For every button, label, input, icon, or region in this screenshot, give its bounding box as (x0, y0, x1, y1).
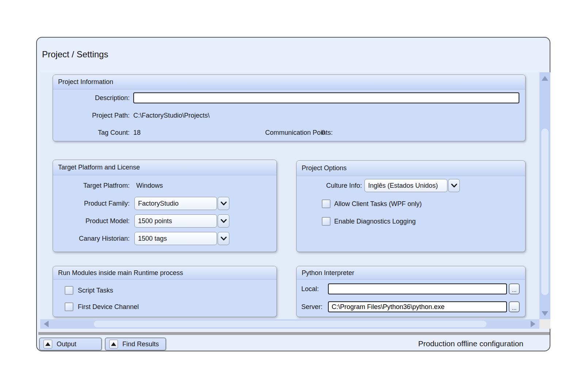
description-input[interactable] (133, 92, 519, 103)
horizontal-scroll-thumb[interactable] (94, 321, 486, 327)
description-label: Description: (53, 92, 130, 103)
chevron-down-icon (221, 237, 227, 241)
first-device-channel-checkbox[interactable] (65, 302, 73, 311)
panel-title: Project Options (302, 164, 347, 172)
product-model-selected-value: 1500 points (134, 214, 217, 228)
target-platform-label: Target Platfrom: (53, 180, 130, 191)
enable-diagnostics-label: Enable Diagnostics Logging (334, 217, 416, 226)
canary-historian-selected-value: 1500 tags (134, 232, 217, 245)
scroll-down-button[interactable] (539, 310, 550, 317)
panel-header: Python Interpreter (297, 266, 525, 280)
expand-up-icon (45, 342, 50, 346)
panel-header: Run Modules inside main Runtime process (53, 266, 276, 280)
project-path-value: C:\FactoryStudio\Projects\ (133, 110, 210, 121)
settings-scroll-viewport: Project Information Description: Project… (40, 72, 539, 319)
chevron-down-icon (221, 202, 227, 206)
first-device-channel-label: First Device Channel (78, 302, 139, 311)
page-title: Project / Settings (42, 49, 108, 60)
status-text: Production offline configuration (418, 339, 523, 348)
find-results-label: Find Results (122, 340, 159, 348)
scroll-left-button[interactable] (42, 319, 50, 329)
dropdown-button[interactable] (218, 197, 229, 210)
chevron-down-icon (221, 219, 227, 223)
find-results-panel-button[interactable]: Find Results (105, 337, 166, 351)
tag-count-value: 18 (133, 127, 141, 138)
culture-info-select[interactable]: Inglês (Estados Unidos) (364, 179, 460, 192)
vertical-scroll-thumb[interactable] (541, 129, 549, 295)
scroll-up-button[interactable] (539, 75, 550, 82)
culture-info-label: Culture Info: (297, 179, 362, 192)
local-browse-button[interactable]: ... (509, 283, 520, 294)
scroll-up-icon (542, 76, 548, 81)
panel-title: Project Information (58, 78, 113, 86)
script-tasks-checkbox[interactable] (65, 286, 73, 295)
ellipsis-icon: ... (512, 287, 517, 293)
local-input[interactable] (328, 283, 507, 294)
target-platform-value: Windows (136, 180, 163, 191)
allow-client-tasks-label: Allow Client Tasks (WPF only) (334, 199, 422, 208)
chevron-down-icon (451, 184, 457, 188)
server-label: Server: (301, 301, 322, 312)
enable-diagnostics-checkbox[interactable] (322, 217, 331, 226)
expand-output-button[interactable] (43, 340, 52, 348)
expand-up-icon (111, 342, 116, 346)
dropdown-button[interactable] (218, 232, 229, 245)
dropdown-button[interactable] (448, 179, 460, 192)
product-family-select[interactable]: FactoryStudio (134, 197, 229, 210)
scroll-right-button[interactable] (528, 319, 537, 329)
ellipsis-icon: ... (512, 305, 517, 310)
canary-historian-select[interactable]: 1500 tags (134, 232, 229, 245)
settings-window: Project / Settings Project Information D… (36, 37, 550, 351)
vertical-scrollbar[interactable] (539, 72, 550, 319)
panel-header: Project Options (297, 161, 525, 176)
culture-info-selected-value: Inglês (Estados Unidos) (364, 179, 447, 192)
communication-points-value: 0 (321, 127, 325, 138)
run-modules-panel: Run Modules inside main Runtime process … (53, 266, 277, 317)
server-input[interactable] (328, 301, 507, 312)
dropdown-button[interactable] (218, 214, 229, 228)
scroll-left-icon (44, 321, 49, 327)
local-label: Local: (301, 283, 319, 294)
splitter-divider[interactable] (38, 332, 550, 335)
project-information-panel: Project Information Description: Project… (53, 75, 526, 141)
canary-historian-label: Canary Historian: (53, 232, 130, 245)
output-panel-button[interactable]: Output (39, 337, 102, 351)
horizontal-scrollbar[interactable] (40, 319, 539, 329)
tag-count-label: Tag Count: (53, 127, 130, 138)
panel-title: Target Platform and License (58, 164, 140, 171)
allow-client-tasks-checkbox[interactable] (322, 199, 331, 208)
scroll-right-icon (531, 321, 535, 327)
output-label: Output (57, 340, 76, 348)
target-platform-panel: Target Platform and License Target Platf… (53, 160, 277, 252)
panel-title: Python Interpreter (302, 269, 354, 277)
product-family-selected-value: FactoryStudio (134, 197, 217, 210)
scroll-down-icon (542, 311, 548, 316)
panel-title: Run Modules inside main Runtime process (58, 269, 183, 277)
panel-header: Target Platform and License (53, 160, 276, 175)
product-family-label: Product Family: (53, 197, 130, 210)
scrollbar-corner (539, 319, 550, 329)
panel-header: Project Information (53, 75, 525, 89)
project-path-label: Project Path: (53, 110, 130, 121)
product-model-label: Product Model: (53, 214, 130, 228)
python-interpreter-panel: Python Interpreter Local: ... Server: ..… (296, 266, 526, 317)
project-options-panel: Project Options Culture Info: Inglês (Es… (296, 160, 526, 252)
expand-find-results-button[interactable] (109, 340, 118, 348)
product-model-select[interactable]: 1500 points (134, 214, 229, 228)
server-browse-button[interactable]: ... (509, 301, 520, 312)
script-tasks-label: Script Tasks (78, 286, 113, 295)
